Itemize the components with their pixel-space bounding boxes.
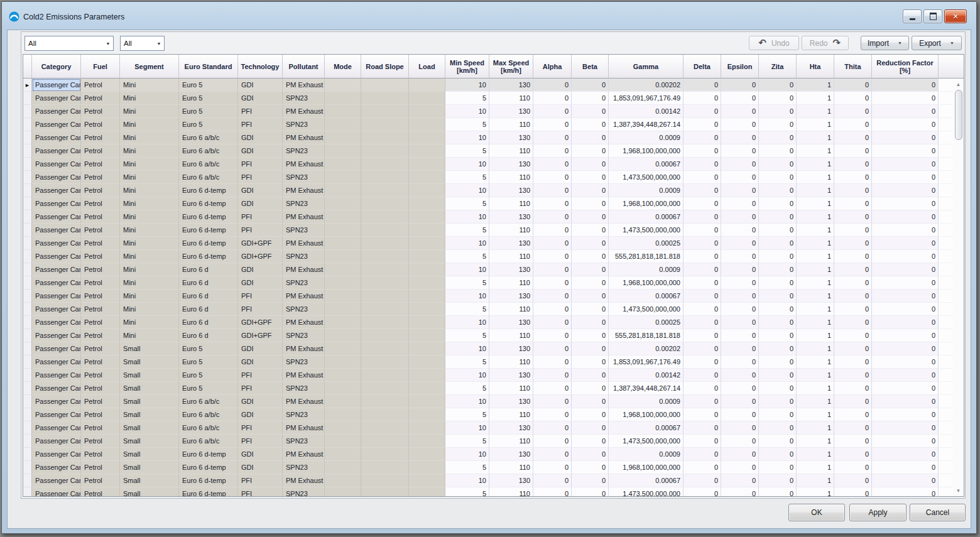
cell-hta[interactable]: 1 [797, 408, 834, 421]
cell-thita[interactable]: 0 [834, 435, 872, 448]
cell-category[interactable]: Passenger Cars [32, 382, 81, 395]
cell-mode[interactable] [325, 461, 361, 474]
cell-max_speed[interactable]: 130 [489, 105, 533, 118]
cell-category[interactable]: Passenger Cars [32, 276, 81, 290]
column-header-alpha[interactable]: Alpha [533, 55, 572, 79]
cell-euro_standard[interactable]: Euro 6 d-temp [179, 197, 238, 210]
cell-technology[interactable]: GDI [238, 197, 283, 210]
row-header-cell[interactable] [23, 250, 32, 263]
cell-load[interactable] [409, 290, 445, 303]
cell-load[interactable] [409, 237, 445, 250]
cell-fuel[interactable]: Petrol [81, 276, 120, 290]
cell-euro_standard[interactable]: Euro 5 [179, 92, 238, 105]
cell-pollutant[interactable]: PM Exhaust [283, 395, 325, 408]
cell-min_speed[interactable]: 5 [445, 487, 489, 496]
cell-road_slope[interactable] [361, 395, 409, 408]
cell-fuel[interactable]: Petrol [81, 369, 120, 382]
cell-road_slope[interactable] [361, 355, 409, 369]
cell-technology[interactable]: GDI [238, 448, 283, 461]
fuel-filter-dropdown[interactable]: All ▼ [120, 36, 165, 51]
cell-min_speed[interactable]: 5 [445, 355, 489, 369]
cell-euro_standard[interactable]: Euro 5 [179, 342, 238, 355]
column-header-load[interactable]: Load [409, 55, 445, 79]
cell-thita[interactable]: 0 [834, 144, 872, 158]
cell-gamma[interactable]: 1,473,500,000,000 [609, 171, 683, 184]
cell-category[interactable]: Passenger Cars [32, 355, 81, 369]
cell-max_speed[interactable]: 110 [489, 250, 533, 263]
cell-min_speed[interactable]: 5 [445, 92, 489, 105]
cell-reduction_factor[interactable]: 0 [872, 448, 939, 461]
cell-max_speed[interactable]: 130 [489, 237, 533, 250]
cell-pollutant[interactable]: PM Exhaust [283, 105, 325, 118]
cell-epsilon[interactable]: 0 [721, 421, 759, 435]
cell-load[interactable] [409, 224, 445, 237]
cell-beta[interactable]: 0 [572, 342, 609, 355]
cell-load[interactable] [409, 421, 445, 435]
cell-delta[interactable]: 0 [683, 355, 721, 369]
cell-reduction_factor[interactable]: 0 [872, 303, 939, 316]
cell-category[interactable]: Passenger Cars [32, 329, 81, 342]
cell-segment[interactable]: Mini [120, 158, 179, 171]
cell-segment[interactable]: Mini [120, 144, 179, 158]
cell-gamma[interactable]: 1,473,500,000,000 [609, 224, 683, 237]
cell-max_speed[interactable]: 130 [489, 184, 533, 197]
cell-alpha[interactable]: 0 [533, 144, 572, 158]
cell-mode[interactable] [325, 276, 361, 290]
cell-euro_standard[interactable]: Euro 6 d-temp [179, 487, 238, 496]
cell-euro_standard[interactable]: Euro 6 d [179, 329, 238, 342]
cell-hta[interactable]: 1 [797, 303, 834, 316]
cell-category[interactable]: Passenger Cars [32, 342, 81, 355]
cell-zita[interactable]: 0 [759, 92, 797, 105]
column-header-mode[interactable]: Mode [325, 55, 361, 79]
cell-load[interactable] [409, 171, 445, 184]
cell-delta[interactable]: 0 [683, 382, 721, 395]
cell-thita[interactable]: 0 [834, 290, 872, 303]
cell-euro_standard[interactable]: Euro 6 d [179, 316, 238, 329]
row-header-cell[interactable] [23, 369, 32, 382]
vertical-scrollbar[interactable]: ▲ ▼ [953, 79, 964, 496]
cell-segment[interactable]: Mini [120, 197, 179, 210]
cell-euro_standard[interactable]: Euro 6 a/b/c [179, 408, 238, 421]
cell-max_speed[interactable]: 110 [489, 487, 533, 496]
cell-zita[interactable]: 0 [759, 290, 797, 303]
cell-beta[interactable]: 0 [572, 329, 609, 342]
cell-euro_standard[interactable]: Euro 5 [179, 118, 238, 131]
cell-min_speed[interactable]: 10 [445, 448, 489, 461]
cell-reduction_factor[interactable]: 0 [872, 118, 939, 131]
cell-delta[interactable]: 0 [683, 79, 721, 92]
cell-max_speed[interactable]: 130 [489, 131, 533, 144]
cell-thita[interactable]: 0 [834, 342, 872, 355]
cell-mode[interactable] [325, 250, 361, 263]
cell-load[interactable] [409, 131, 445, 144]
cell-mode[interactable] [325, 224, 361, 237]
row-header-cell[interactable] [23, 435, 32, 448]
cell-fuel[interactable]: Petrol [81, 461, 120, 474]
row-header-cell[interactable] [23, 303, 32, 316]
cell-fuel[interactable]: Petrol [81, 105, 120, 118]
cell-beta[interactable]: 0 [572, 92, 609, 105]
cell-gamma[interactable]: 0.00025 [609, 316, 683, 329]
cell-max_speed[interactable]: 110 [489, 408, 533, 421]
cell-euro_standard[interactable]: Euro 6 d-temp [179, 237, 238, 250]
cell-delta[interactable]: 0 [683, 224, 721, 237]
cell-road_slope[interactable] [361, 79, 409, 92]
cell-load[interactable] [409, 144, 445, 158]
cell-gamma[interactable]: 1,853,091,967,176.49 [609, 92, 683, 105]
row-header-corner[interactable] [23, 55, 32, 79]
cell-segment[interactable]: Mini [120, 79, 179, 92]
cell-technology[interactable]: GDI [238, 342, 283, 355]
cell-fuel[interactable]: Petrol [81, 355, 120, 369]
cell-zita[interactable]: 0 [759, 408, 797, 421]
cell-mode[interactable] [325, 303, 361, 316]
cell-zita[interactable]: 0 [759, 171, 797, 184]
cell-load[interactable] [409, 276, 445, 290]
cell-pollutant[interactable]: SPN23 [283, 408, 325, 421]
cell-segment[interactable]: Mini [120, 250, 179, 263]
cell-euro_standard[interactable]: Euro 6 d-temp [179, 448, 238, 461]
cell-hta[interactable]: 1 [797, 474, 834, 487]
cell-technology[interactable]: GDI [238, 184, 283, 197]
cell-hta[interactable]: 1 [797, 448, 834, 461]
cell-gamma[interactable]: 0.0009 [609, 263, 683, 276]
cell-delta[interactable]: 0 [683, 118, 721, 131]
cell-epsilon[interactable]: 0 [721, 369, 759, 382]
